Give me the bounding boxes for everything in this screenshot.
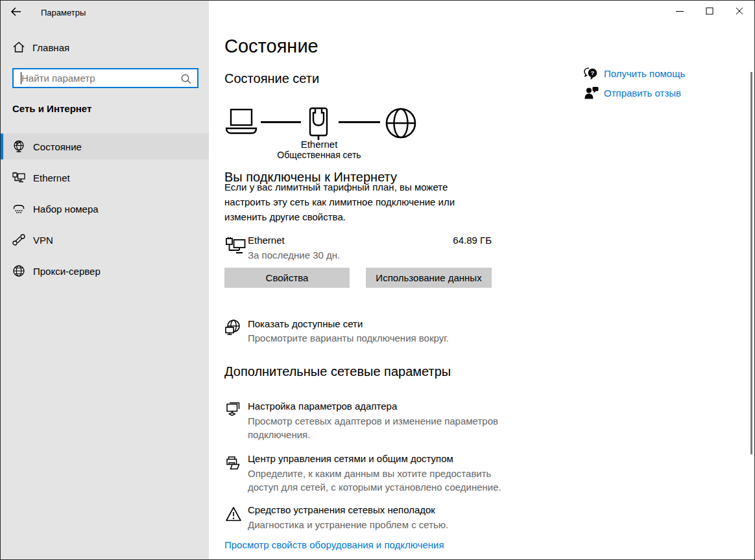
usage-period: За последние 30 дн. <box>248 248 340 262</box>
minimize-icon <box>676 7 684 15</box>
connected-description: Если у вас лимитный тарифный план, вы мо… <box>224 180 493 224</box>
sidebar-item-proxy[interactable]: Прокси-сервер <box>1 258 209 284</box>
sidebar-item-status[interactable]: Состояние <box>1 134 209 159</box>
search-input[interactable] <box>14 69 197 87</box>
sidebar-section-title: Сеть и Интернет <box>12 103 91 114</box>
globe-icon <box>12 264 26 278</box>
close-button[interactable] <box>725 1 754 21</box>
sidebar-item-ethernet[interactable]: Ethernet <box>1 165 209 191</box>
properties-button[interactable]: Свойства <box>224 268 350 288</box>
back-button[interactable] <box>10 2 36 21</box>
network-type: Общественная сеть <box>260 150 378 160</box>
dialup-icon <box>12 202 26 216</box>
sidebar-item-home[interactable]: Главная <box>12 41 69 54</box>
sidebar-item-label: Набор номера <box>33 204 99 215</box>
laptop-icon <box>224 108 258 135</box>
ethernet-icon <box>12 170 26 185</box>
data-usage-button[interactable]: Использование данных <box>366 268 492 288</box>
advanced-item-title[interactable]: Настройка параметров адаптера <box>248 401 397 412</box>
sharing-center-icon <box>225 455 242 472</box>
connection-name: Ethernet <box>260 139 378 150</box>
advanced-heading: Дополнительные сетевые параметры <box>224 364 451 379</box>
vpn-icon <box>12 233 26 247</box>
advanced-item-title[interactable]: Средство устранения сетевых неполадок <box>248 504 435 515</box>
sidebar-item-label: Прокси-сервер <box>33 266 101 277</box>
home-icon <box>12 41 25 54</box>
advanced-item-description: Определите, к каким данным вы хотите пре… <box>248 467 521 494</box>
troubleshoot-icon <box>225 506 242 522</box>
close-icon <box>736 7 743 15</box>
text-caret <box>21 72 21 84</box>
show-networks-description: Просмотрите варианты подключения вокруг. <box>248 331 449 345</box>
home-label: Главная <box>32 42 69 53</box>
maximize-icon <box>706 7 713 15</box>
window-controls <box>665 1 754 21</box>
diagram-connector-line <box>261 121 301 123</box>
network-status-heading: Состояние сети <box>224 71 319 86</box>
ethernet-plug-icon <box>307 107 330 141</box>
minimize-button[interactable] <box>665 1 695 21</box>
search-icon[interactable] <box>180 73 192 85</box>
back-arrow-icon <box>10 6 36 18</box>
send-feedback-icon <box>584 86 599 101</box>
sidebar-item-dialup[interactable]: Набор номера <box>1 196 209 222</box>
adapter-options-icon <box>225 401 242 417</box>
diagram-connector-line <box>339 121 380 123</box>
selected-indicator <box>1 134 3 159</box>
scrollbar-thumb[interactable] <box>750 72 752 454</box>
available-networks-icon <box>224 319 242 337</box>
hardware-properties-link[interactable]: Просмотр свойств оборудования и подключе… <box>224 539 444 550</box>
advanced-item-description: Диагностика и устранение проблем с сетью… <box>248 518 521 531</box>
page-title: Состояние <box>224 36 318 57</box>
get-help-link[interactable]: Получить помощь <box>604 68 685 79</box>
sidebar-item-vpn[interactable]: VPN <box>1 227 209 253</box>
sidebar-item-label: Состояние <box>33 141 82 152</box>
sidebar-item-label: VPN <box>33 235 53 246</box>
internet-globe-icon <box>385 107 417 139</box>
advanced-item-description: Просмотр сетевых адаптеров и изменение п… <box>248 414 509 441</box>
maximize-button[interactable] <box>695 1 725 21</box>
get-help-icon: ? <box>582 66 599 82</box>
network-status-icon <box>12 139 26 154</box>
advanced-item-title[interactable]: Центр управления сетями и общим доступом <box>248 453 453 464</box>
app-title: Параметры <box>41 8 86 18</box>
settings-window: Параметры Главная Сеть и Интернет Состоя… <box>0 0 755 560</box>
search-box <box>12 68 198 88</box>
send-feedback-link[interactable]: Отправить отзыв <box>604 88 681 99</box>
ethernet-connection-icon <box>225 236 247 257</box>
sidebar: Параметры Главная Сеть и Интернет Состоя… <box>1 1 209 559</box>
usage-connection-name: Ethernet <box>248 235 285 246</box>
svg-text:?: ? <box>591 69 595 76</box>
usage-amount: 64.89 ГБ <box>390 235 492 246</box>
sidebar-item-label: Ethernet <box>33 172 70 183</box>
show-networks-title[interactable]: Показать доступные сети <box>248 318 363 329</box>
